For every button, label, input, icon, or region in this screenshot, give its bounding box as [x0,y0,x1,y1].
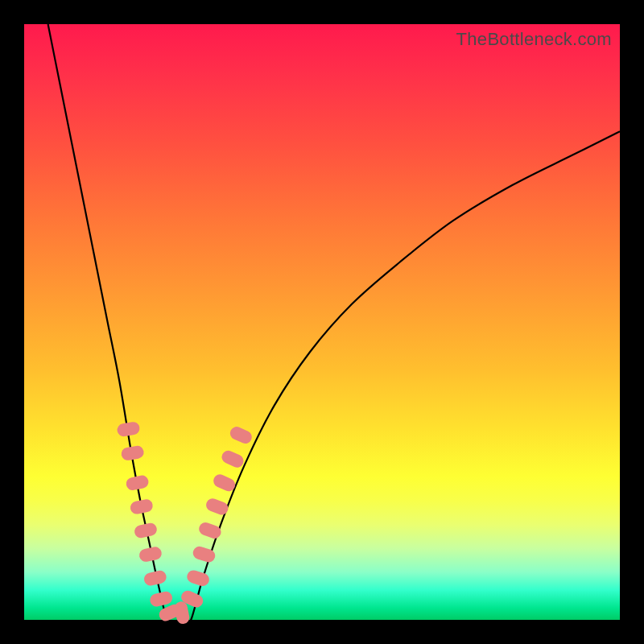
plot-area: TheBottleneck.com [24,24,620,620]
beads-group [116,421,254,625]
bottleneck-curve [48,24,620,624]
bead [204,497,230,517]
bead [121,445,145,462]
curve-svg [24,24,620,620]
bead [149,590,174,608]
bead [116,421,140,438]
bead [228,425,254,446]
bead [129,498,154,515]
bead [185,568,211,588]
bead [138,546,163,564]
bead [220,448,246,469]
bead [134,522,159,539]
outer-frame: TheBottleneck.com [0,0,644,644]
bead [197,521,223,541]
bead [142,569,167,587]
bead [125,474,150,491]
